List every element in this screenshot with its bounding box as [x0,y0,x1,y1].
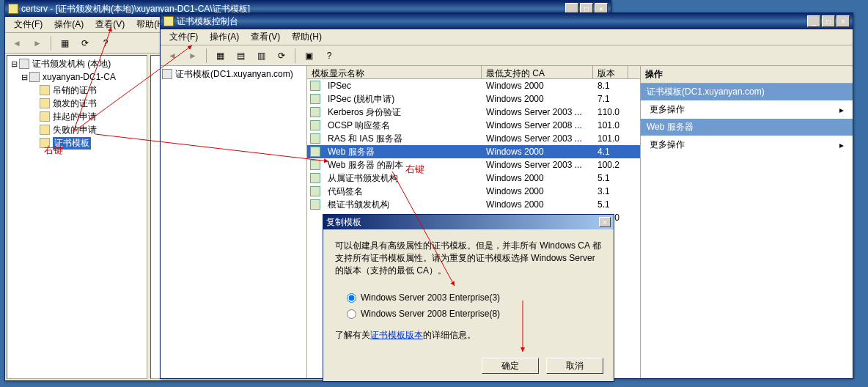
templates-toolbar: ◄ ► ▦ ▤ ▥ ⟳ ▣ ? [161,45,853,66]
actions-section-item: Web 服务器 [641,119,853,136]
chevron-right-icon: ▸ [839,140,844,150]
template-row[interactable]: IPSec Windows 2000 8.1 [307,79,640,92]
cell-ver: 101.0 [593,120,628,130]
minimize-button[interactable]: _ [807,15,820,27]
close-button[interactable]: × [836,15,850,27]
cell-ca: Windows 2000 [482,81,593,91]
template-row[interactable]: Kerberos 身份验证 Windows Server 2003 ... 11… [307,106,640,119]
tree-item[interactable]: 挂起的申请 [53,111,97,123]
template-icon [310,160,320,170]
cell-ver: 101.0 [593,133,628,144]
cell-name: 根证书颁发机构 [323,199,482,211]
back-button: ◄ [163,48,181,64]
cell-name: IPSec [323,81,482,91]
actions-pane: 操作 证书模板(DC1.xuyanyan.com) 更多操作▸ Web 服务器 … [640,66,853,378]
template-row[interactable]: RAS 和 IAS 服务器 Windows Server 2003 ... 10… [307,132,640,145]
toolbar-btn[interactable]: ▦ [211,48,229,64]
template-icon [310,81,320,91]
folder-icon [40,138,50,148]
toolbar-btn[interactable]: ? [97,35,114,51]
radio-2003[interactable]: Windows Server 2003 Enterprise(3) [347,292,590,303]
menu-file[interactable]: 文件(F) [8,17,48,32]
cell-ca: Windows 2000 [482,147,593,157]
toolbar-btn[interactable]: ▤ [232,48,249,64]
actions-header: 操作 [641,66,853,84]
cell-name: Kerberos 身份验证 [323,106,482,119]
cell-name: 代码签名 [323,185,482,198]
template-row[interactable]: 从属证书颁发机构 Windows 2000 5.1 [307,172,640,185]
duplicate-template-dialog: 复制模板 × 可以创建具有高级属性的证书模板。但是，并非所有 Windows C… [323,214,614,382]
menu-file[interactable]: 文件(F) [163,29,204,45]
folder-icon [40,111,50,122]
window-title: 证书模板控制台 [177,15,807,28]
cell-ver: 3.1 [593,186,628,196]
refresh-button[interactable]: ⟳ [273,48,290,64]
actions-more-1[interactable]: 更多操作▸ [641,100,853,119]
radio-2003-input[interactable] [347,293,356,303]
refresh-button[interactable]: ⟳ [76,35,94,51]
cancel-button[interactable]: 取消 [546,358,603,374]
col-ver[interactable]: 版本 [593,66,628,78]
template-icon [310,147,320,157]
tree-ca[interactable]: xuyanyan-DC1-CA [43,72,116,82]
template-row[interactable]: 根证书颁发机构 Windows 2000 5.1 [307,198,640,211]
cell-ver: 5.1 [593,199,628,210]
tree-item[interactable]: 吊销的证书 [53,84,97,97]
radio-2008-input[interactable] [347,309,356,319]
cell-name: Web 服务器 [323,146,482,158]
menu-view[interactable]: 查看(V) [89,17,130,32]
tree-root[interactable]: 证书颁发机构 (本地) [32,58,111,70]
certsrv-tree[interactable]: ⊟证书颁发机构 (本地) ⊟xuyanyan-DC1-CA 吊销的证书 颁发的证… [7,55,147,379]
app-icon [8,4,18,14]
cell-ver: 100.2 [593,160,628,170]
ca-root-icon [19,59,29,69]
template-icon [310,199,320,210]
radio-2008[interactable]: Windows Server 2008 Enterprise(8) [347,309,590,319]
templates-root[interactable]: 证书模板(DC1.xuyanyan.com) [175,68,293,81]
cell-ver: 110.0 [593,107,628,117]
dialog-close-button[interactable]: × [599,217,611,227]
chevron-right-icon: ▸ [839,105,844,115]
template-row[interactable]: Web 服务器 Windows 2000 4.1 [307,145,640,158]
ok-button[interactable]: 确定 [482,358,539,374]
menu-view[interactable]: 查看(V) [245,29,286,45]
cell-ver: 7.1 [593,94,628,104]
col-name[interactable]: 模板显示名称 [307,66,482,78]
template-icon [310,94,320,104]
col-ca[interactable]: 最低支持的 CA [482,66,593,78]
actions-more-2[interactable]: 更多操作▸ [641,136,853,154]
learn-link[interactable]: 证书模板版本 [370,330,423,340]
cell-name: 从属证书颁发机构 [323,172,482,185]
maximize-button[interactable]: □ [822,15,835,27]
cell-ca: Windows 2000 [482,173,593,183]
help-button[interactable]: ? [320,48,338,64]
tree-item[interactable]: 颁发的证书 [53,97,97,110]
toolbar-btn[interactable]: ▦ [56,35,73,51]
cell-ver: 5.1 [593,173,628,183]
tree-item-templates[interactable]: 证书模板 [53,137,91,150]
learn-suffix: 的详细信息。 [423,330,476,340]
back-button: ◄ [8,35,26,51]
toolbar-btn[interactable]: ▣ [300,48,317,64]
cell-name: Web 服务器 的副本 [323,159,482,172]
template-row[interactable]: IPSec (脱机申请) Windows 2000 7.1 [307,92,640,106]
menu-help[interactable]: 帮助(H) [286,29,328,45]
forward-button: ► [184,48,202,64]
templates-tree[interactable]: 证书模板(DC1.xuyanyan.com) [161,66,307,378]
template-row[interactable]: 代码签名 Windows 2000 3.1 [307,185,640,198]
menu-action[interactable]: 操作(A) [48,17,89,32]
template-row[interactable]: Web 服务器 的副本 Windows Server 2003 ... 100.… [307,158,640,172]
templates-titlebar[interactable]: 证书模板控制台 _ □ × [161,13,853,29]
toolbar-btn[interactable]: ▥ [252,48,270,64]
templates-root-icon [162,69,172,79]
cell-ca: Windows Server 2003 ... [482,133,593,144]
tree-item[interactable]: 失败的申请 [53,124,97,136]
template-icon [310,186,320,196]
learn-prefix: 了解有关 [335,330,370,340]
column-headers: 模板显示名称 最低支持的 CA 版本 [307,66,640,79]
folder-icon [40,125,50,135]
template-icon [310,133,320,144]
template-row[interactable]: OCSP 响应签名 Windows Server 2008 ... 101.0 [307,119,640,132]
dialog-titlebar[interactable]: 复制模板 × [323,215,614,229]
menu-action[interactable]: 操作(A) [204,29,245,45]
